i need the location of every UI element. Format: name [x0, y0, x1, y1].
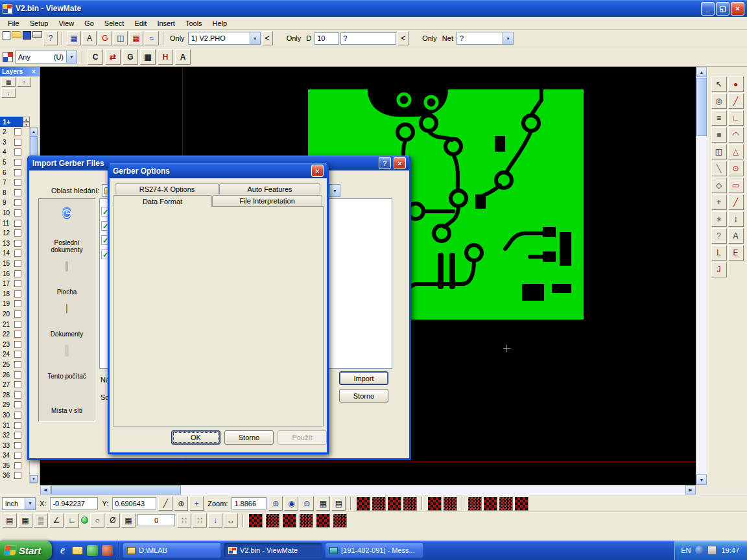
ok-button[interactable]: OK: [171, 430, 220, 445]
layer-table-button[interactable]: ▦: [1, 77, 16, 87]
aperture-text-icon[interactable]: A: [82, 31, 97, 45]
import-button[interactable]: Import: [339, 371, 388, 385]
place-documents[interactable]: Dokumenty: [39, 305, 95, 338]
tab-data-format[interactable]: Data Format: [113, 195, 212, 207]
layer-pattern-icon-1[interactable]: [356, 496, 370, 511]
grid-dense-icon[interactable]: ▦: [316, 496, 330, 511]
pad-flash-icon[interactable]: ●: [728, 76, 744, 92]
chevron-down-icon[interactable]: ▼: [503, 32, 513, 44]
highlight-net-icon[interactable]: ◎: [711, 93, 727, 109]
scrollbar-thumb[interactable]: [51, 485, 181, 495]
task-messages[interactable]: [191-482-091] - Mess...: [325, 542, 423, 558]
layer-pattern-icon-5[interactable]: [427, 496, 442, 511]
chevron-down-icon[interactable]: ▼: [250, 32, 260, 44]
draw-circle-icon[interactable]: ⊙: [728, 161, 744, 176]
layer-row[interactable]: 33: [0, 440, 30, 450]
layer-visibility-checkbox[interactable]: [14, 361, 21, 368]
menu-item[interactable]: View: [53, 18, 79, 29]
layer-raise-button[interactable]: ↑: [17, 77, 31, 87]
layer-visibility-checkbox[interactable]: [14, 199, 21, 206]
close-button[interactable]: ×: [731, 2, 744, 16]
letter-j-icon[interactable]: J: [711, 262, 727, 277]
layer-visibility-checkbox[interactable]: [14, 442, 21, 449]
layer-row[interactable]: 21: [0, 319, 30, 329]
draw-slash-icon[interactable]: ╱: [158, 496, 172, 511]
grid-light-icon[interactable]: ▤: [331, 496, 346, 511]
layer-row[interactable]: 11: [0, 218, 30, 228]
diameter-icon[interactable]: Ø: [106, 513, 120, 528]
layer-row[interactable]: 31: [0, 420, 30, 430]
layer-row[interactable]: 7: [0, 178, 30, 188]
menu-item[interactable]: Edit: [129, 18, 152, 29]
cancel-button[interactable]: Storno: [224, 430, 274, 445]
dot-grid-fine-icon[interactable]: ∷: [193, 513, 207, 528]
layer-pattern-icon-4[interactable]: [403, 496, 417, 511]
scroll-right-icon[interactable]: ▶: [685, 485, 696, 495]
close-icon[interactable]: ×: [30, 68, 38, 75]
layer-row[interactable]: 36: [0, 471, 30, 481]
menu-item[interactable]: File: [3, 18, 25, 29]
layer-visibility-checkbox[interactable]: [14, 290, 21, 298]
layer-pattern-icon-10[interactable]: [514, 496, 528, 511]
net-highlight-icon[interactable]: ▦: [129, 31, 143, 45]
layer-row[interactable]: 13: [0, 239, 30, 249]
place-recent-documents[interactable]: Poslední dokumenty: [39, 205, 95, 253]
layer-visibility-checkbox[interactable]: [14, 189, 21, 196]
tab-file-interpretation[interactable]: File Interpretation: [212, 195, 322, 206]
letter-h-icon[interactable]: H: [158, 49, 173, 65]
letter-e-icon[interactable]: E: [728, 245, 744, 261]
dcode-pattern-icon-6[interactable]: [333, 513, 347, 528]
layer-row[interactable]: 2: [0, 127, 30, 137]
layer-row[interactable]: 12: [0, 228, 30, 239]
layer-visibility-checkbox[interactable]: [14, 260, 21, 267]
layer-pattern-icon-2[interactable]: [372, 496, 386, 511]
layer-row[interactable]: 9: [0, 198, 30, 208]
previous-dcode-button[interactable]: <: [397, 31, 409, 45]
help-icon[interactable]: ?: [379, 157, 391, 169]
window-titlebar[interactable]: V2.bin - ViewMate _◱×: [0, 0, 747, 17]
only-net-label[interactable]: Only: [420, 34, 439, 42]
layer-row[interactable]: 25: [0, 360, 30, 370]
dcode-filter-input[interactable]: ?: [340, 32, 396, 45]
chevron-down-icon[interactable]: ▼: [66, 51, 77, 63]
pad-grid-icon[interactable]: ▦: [140, 49, 156, 65]
layer-visibility-checkbox[interactable]: [14, 159, 21, 166]
dcode-table-icon[interactable]: ▦: [67, 31, 81, 45]
layer-row[interactable]: 23: [0, 339, 30, 349]
scroll-down-icon[interactable]: ▼: [30, 475, 38, 483]
layer-visibility-checkbox[interactable]: [14, 412, 21, 419]
net-filter-dropdown[interactable]: ? ▼: [456, 32, 514, 45]
layer-visibility-checkbox[interactable]: [14, 462, 21, 469]
layer-visibility-checkbox[interactable]: [14, 321, 21, 328]
zoom-out-icon[interactable]: ⊖: [300, 496, 314, 511]
tray-language-indicator[interactable]: EN: [681, 546, 691, 554]
pan-icon[interactable]: ↔: [224, 513, 238, 528]
origin-cross-icon[interactable]: +: [189, 496, 204, 511]
layer-visibility-checkbox[interactable]: [14, 381, 21, 388]
shade-view-icon[interactable]: ▒: [34, 513, 48, 528]
scroll-up-icon[interactable]: ▲: [30, 128, 38, 135]
layer-row[interactable]: 14: [0, 248, 30, 259]
layers-panel-titlebar[interactable]: Layers ×: [0, 67, 40, 76]
layer-pattern-icon-8[interactable]: [483, 496, 497, 511]
layer-row[interactable]: 28: [0, 390, 30, 400]
draw-corner-icon[interactable]: ∟: [728, 110, 744, 126]
layer-visibility-checkbox[interactable]: [14, 300, 21, 307]
task-viewmate[interactable]: V2.bin - ViewMate: [224, 542, 322, 558]
place-desktop[interactable]: Plocha: [39, 262, 95, 296]
layer-visibility-checkbox[interactable]: [14, 401, 21, 408]
open-file-icon[interactable]: [12, 31, 21, 38]
layer-visibility-checkbox[interactable]: [14, 331, 21, 338]
tab-rs274x-options[interactable]: RS274-X Options: [115, 183, 219, 194]
layer-visibility-checkbox[interactable]: [14, 209, 21, 216]
letter-g-icon[interactable]: G: [123, 49, 138, 65]
layer-row[interactable]: 24: [0, 349, 30, 360]
layer-visibility-checkbox[interactable]: [14, 128, 21, 135]
only-file-label[interactable]: Only: [168, 34, 187, 42]
tile-view-icon[interactable]: ▦: [18, 513, 32, 528]
scrollbar-thumb[interactable]: [696, 78, 707, 136]
menu-item[interactable]: Setup: [25, 18, 54, 29]
circle-outline-icon[interactable]: ○: [90, 513, 104, 528]
draw-rect-icon[interactable]: ▭: [728, 178, 744, 193]
print-icon[interactable]: [32, 31, 42, 38]
